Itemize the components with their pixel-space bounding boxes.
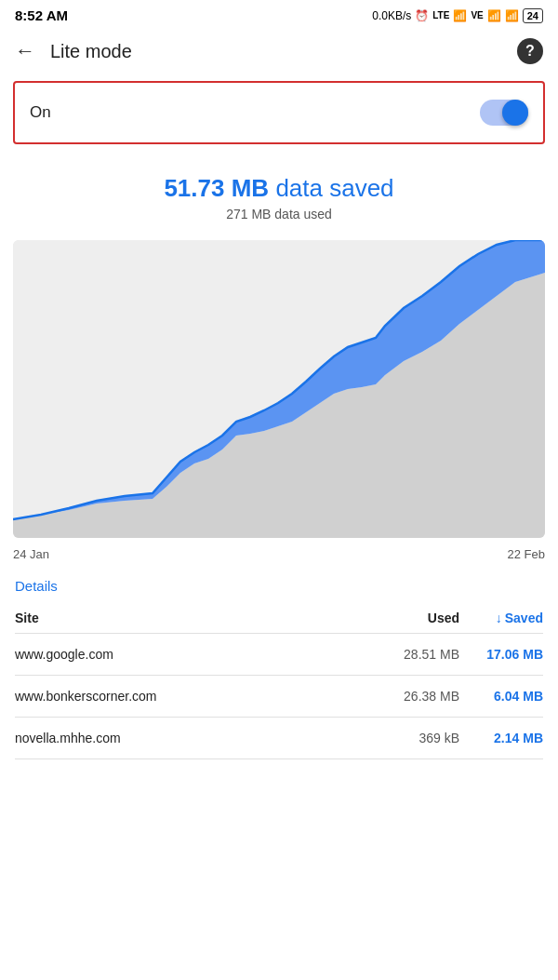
used-value: 28.51 MB — [376, 647, 459, 662]
table-row: www.bonkerscorner.com 26.38 MB 6.04 MB — [15, 676, 543, 718]
chart-start-date: 24 Jan — [13, 547, 49, 561]
lite-mode-toggle-row[interactable]: On — [13, 81, 545, 144]
used-value: 26.38 MB — [376, 689, 459, 704]
page-header: ← Lite mode ? — [0, 29, 558, 74]
table-row: novella.mhhe.com 369 kB 2.14 MB — [15, 718, 543, 759]
col-header-site: Site — [15, 611, 376, 625]
wifi-icon: 📶 — [505, 9, 519, 22]
chart-dates: 24 Jan 22 Feb — [0, 542, 558, 567]
down-arrow-icon: ↓ — [496, 611, 502, 625]
back-button[interactable]: ← — [15, 39, 35, 63]
data-used-text: 271 MB data used — [15, 207, 543, 222]
table-header: Site Used ↓ Saved — [15, 603, 543, 634]
chart-end-date: 22 Feb — [508, 547, 545, 561]
site-name: novella.mhhe.com — [15, 731, 376, 745]
saved-label: data saved — [275, 174, 393, 202]
data-saved-section: 51.73 MB data saved 271 MB data used — [0, 152, 558, 233]
col-header-saved-label: Saved — [505, 611, 543, 625]
saved-value: 2.14 MB — [459, 731, 543, 745]
site-name: www.bonkerscorner.com — [15, 689, 376, 704]
site-name: www.google.com — [15, 647, 376, 662]
details-section: Details Site Used ↓ Saved www.google.com… — [0, 567, 558, 759]
saved-value: 6.04 MB — [459, 689, 543, 704]
col-header-saved: ↓ Saved — [459, 611, 543, 625]
table-row: www.google.com 28.51 MB 17.06 MB — [15, 634, 543, 676]
battery-indicator: 24 — [523, 8, 543, 23]
data-chart — [13, 240, 545, 538]
signal-icon-2: 📶 — [487, 9, 501, 22]
toggle-label: On — [30, 103, 51, 122]
header-left: ← Lite mode — [15, 39, 132, 63]
saved-value: 17.06 MB — [459, 647, 543, 662]
status-time: 8:52 AM — [15, 7, 68, 23]
lte-icon-2: VE — [471, 10, 483, 20]
data-saved-main: 51.73 MB data saved — [15, 174, 543, 203]
saved-amount: 51.73 MB — [164, 174, 269, 202]
network-speed: 0.0KB/s — [372, 9, 411, 22]
status-icons: 0.0KB/s ⏰ LTE 📶 VE 📶 📶 24 — [372, 8, 543, 23]
used-value: 369 kB — [376, 731, 459, 745]
status-bar: 8:52 AM 0.0KB/s ⏰ LTE 📶 VE 📶 📶 24 — [0, 0, 558, 29]
help-button[interactable]: ? — [517, 38, 543, 64]
chart-svg — [13, 240, 545, 538]
alarm-icon: ⏰ — [415, 9, 429, 22]
lite-mode-toggle[interactable] — [480, 100, 528, 126]
details-link[interactable]: Details — [15, 578, 543, 594]
col-header-used: Used — [376, 611, 459, 625]
signal-icon-1: 📶 — [453, 9, 467, 22]
toggle-thumb — [502, 100, 528, 126]
lte-icon: LTE — [432, 10, 449, 20]
page-title: Lite mode — [50, 41, 132, 62]
